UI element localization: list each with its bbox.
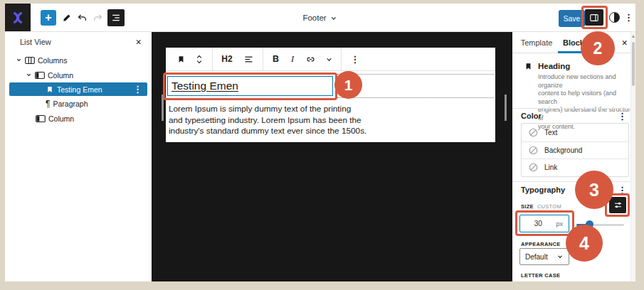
appearance-select[interactable]: Default <box>519 248 569 265</box>
kebab-icon: ⋮ <box>624 12 633 23</box>
sidebar-scrollbar[interactable] <box>630 32 635 281</box>
editor-canvas: H2 B I <box>152 32 512 281</box>
list-item-heading-selected[interactable]: Testing Emen ⋮ <box>9 82 147 96</box>
color-row-link[interactable]: Link <box>522 159 628 176</box>
description-line: Introduce new sections and organize <box>538 73 635 90</box>
heading-level-button[interactable]: H2 <box>216 48 238 71</box>
typography-options-button[interactable]: ⋮ <box>618 186 627 195</box>
document-switcher[interactable]: Footer <box>302 4 337 32</box>
close-icon[interactable]: ✕ <box>135 38 142 46</box>
canvas-resize-handle-right[interactable] <box>505 95 507 121</box>
sidebar-tabs: Template Block ✕ <box>512 32 635 53</box>
editor-topbar: + <box>5 4 635 32</box>
undo-icon <box>76 12 88 24</box>
settings-sidebar-toggle-button[interactable] <box>585 9 603 26</box>
annotation-step-2: 2 <box>581 31 615 65</box>
settings-sidebar: Template Block ✕ Heading Introduce new s… <box>512 32 635 281</box>
size-label-text: SIZE <box>521 203 534 210</box>
block-mover-button[interactable] <box>190 48 208 71</box>
list-view-title: List View <box>20 38 51 46</box>
paragraph-block-icon: ¶ <box>46 99 50 109</box>
sidebar-panel-icon <box>588 12 600 23</box>
heading-text: Testing Emen <box>171 80 238 92</box>
chevron-down-icon <box>196 60 203 64</box>
undo-button[interactable] <box>75 11 89 25</box>
more-formatting-button[interactable] <box>320 48 337 71</box>
no-color-icon <box>529 128 538 137</box>
list-item-column-2[interactable]: Column <box>5 111 152 126</box>
redo-button[interactable] <box>90 11 105 25</box>
pencil-icon <box>61 13 72 23</box>
list-view-icon <box>110 12 122 23</box>
list-item-label: Paragraph <box>53 100 88 108</box>
toolbar-divider <box>341 48 342 71</box>
kebab-icon: ⋮ <box>351 55 360 64</box>
list-item-column-1[interactable]: Column <box>5 68 152 82</box>
italic-icon: I <box>291 54 294 65</box>
color-row-background[interactable]: Background <box>522 141 628 159</box>
list-item-label: Testing Emen <box>57 85 102 94</box>
appearance-label: APPEARANCE <box>521 241 561 247</box>
bold-button[interactable]: B <box>267 48 285 71</box>
list-item-options-button[interactable]: ⋮ <box>133 85 142 94</box>
scrollbar-thumb[interactable] <box>632 42 635 86</box>
toolbar-divider <box>212 48 213 71</box>
block-inserter-button[interactable]: + <box>41 10 56 26</box>
italic-button[interactable]: I <box>285 48 300 71</box>
paragraph-block[interactable]: Lorem Ipsum is simply dummy text of the … <box>169 104 366 137</box>
color-row-label: Link <box>544 163 557 171</box>
chevron-down-icon <box>26 72 32 78</box>
column-block-icon <box>36 114 46 123</box>
color-row-label: Background <box>544 146 582 154</box>
heading-block-icon <box>46 85 54 94</box>
document-title: Footer <box>302 14 326 22</box>
size-options-button[interactable] <box>609 197 626 213</box>
description-line: content to help visitors (and search <box>538 90 635 106</box>
text-align-button[interactable] <box>238 48 259 71</box>
section-divider <box>512 108 630 109</box>
plus-icon: + <box>45 11 51 25</box>
styles-button[interactable] <box>609 12 620 23</box>
save-button[interactable]: Save <box>559 10 585 27</box>
color-row-text[interactable]: Text <box>522 124 628 141</box>
block-type-button[interactable] <box>171 48 190 71</box>
list-view-header: List View ✕ <box>5 32 152 46</box>
paragraph-line: industry's standard dummy text ever sinc… <box>169 126 366 137</box>
link-icon <box>305 54 316 65</box>
topbar-options-button[interactable]: ⋮ <box>624 13 633 22</box>
list-item-columns[interactable]: Columns <box>5 53 152 68</box>
bold-icon: B <box>273 54 279 64</box>
chevron-up-icon <box>196 55 203 59</box>
chevron-down-icon <box>556 253 564 260</box>
color-row-label: Text <box>544 129 557 136</box>
paragraph-line: and typesetting industry. Lorem Ipsum ha… <box>169 115 366 127</box>
column-block-icon <box>35 71 45 80</box>
heading-block-icon <box>176 55 186 64</box>
columns-block-icon <box>25 56 35 65</box>
chevron-down-icon <box>16 57 22 63</box>
block-toolbar: H2 B I <box>166 48 495 71</box>
heading-level-label: H2 <box>221 54 232 64</box>
font-size-input[interactable]: 30 px <box>519 215 569 232</box>
scrollbar-up-arrow[interactable] <box>632 35 635 38</box>
color-options-button[interactable]: ⋮ <box>618 112 627 121</box>
list-view-toggle-button[interactable] <box>107 9 125 26</box>
tab-template[interactable]: Template <box>518 32 555 53</box>
tools-button[interactable] <box>59 11 73 25</box>
close-icon[interactable]: ✕ <box>621 38 628 47</box>
site-logo-button[interactable] <box>5 4 31 31</box>
typography-section-title: Typography <box>521 186 565 194</box>
size-label: SIZECUSTOM <box>521 203 561 210</box>
save-label: Save <box>564 14 581 23</box>
block-card-title: Heading <box>538 62 570 70</box>
annotation-step-4: 4 <box>566 225 603 262</box>
color-settings-list: Text Background Link <box>521 123 629 177</box>
annotation-step-1: 1 <box>334 71 362 99</box>
letter-case-label: LETTER CASE <box>521 272 560 279</box>
block-options-button[interactable]: ⋮ <box>345 48 365 71</box>
list-item-paragraph[interactable]: ¶ Paragraph <box>5 96 152 111</box>
heading-block-input[interactable]: Testing Emen <box>167 76 333 96</box>
link-button[interactable] <box>300 48 320 71</box>
no-color-icon <box>529 146 538 155</box>
canvas-resize-handle-left[interactable] <box>162 95 164 121</box>
